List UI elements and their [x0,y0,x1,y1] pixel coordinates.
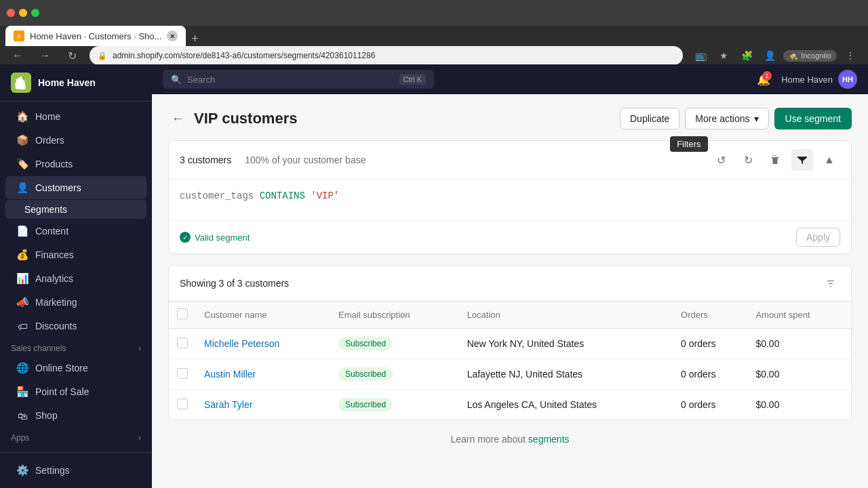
more-actions-button[interactable]: More actions ▾ [685,108,768,129]
valid-segment-label: Valid segment [195,232,250,243]
tab-close-button[interactable]: ✕ [167,30,178,41]
sidebar-content-label: Content [35,226,68,237]
segments-link[interactable]: segments [528,434,570,445]
sidebar-customers-label: Customers [35,182,81,193]
sales-channels-expand-icon[interactable]: › [138,344,141,353]
search-icon: 🔍 [171,75,182,85]
tab-favicon: S [14,30,24,41]
customer-name-1[interactable]: Michelle Peterson [196,329,330,359]
valid-segment-indicator: ✓ Valid segment [180,232,250,243]
table-row: Sarah Tyler Subscribed Los Angeles CA, U… [169,390,851,420]
back-button[interactable]: ← [168,109,187,128]
customer-name-2[interactable]: Austin Miller [196,359,330,390]
amount-3: $0.00 [747,390,851,420]
notification-badge: 1 [762,71,772,81]
reload-button[interactable]: ↻ [62,46,81,65]
sidebar-discounts-label: Discounts [35,321,77,331]
cast-icon[interactable]: 📺 [691,46,710,65]
marketing-icon: 📣 [16,296,28,308]
sidebar-item-segments[interactable]: Segments [5,200,146,219]
sidebar-pos-label: Point of Sale [35,386,89,397]
extensions-icon[interactable]: 🧩 [737,46,756,65]
row-checkbox-1[interactable] [177,338,188,348]
segment-code: customer_tags CONTAINS 'VIP' [180,190,840,201]
settings-icon: ⚙️ [16,464,28,476]
row-checkbox-3[interactable] [177,399,188,409]
store-name-label: Home Haven [38,77,96,88]
email-subscription-header: Email subscription [330,302,459,329]
code-keyword: CONTAINS [260,190,305,201]
customer-name-header: Customer name [196,302,330,329]
sidebar-item-orders[interactable]: 📦 Orders [5,129,146,152]
segment-editor-body[interactable]: customer_tags CONTAINS 'VIP' [169,180,851,220]
profile-icon[interactable]: 👤 [760,46,779,65]
code-string: 'VIP' [311,190,339,201]
pos-icon: 🏪 [16,386,28,398]
sidebar-marketing-label: Marketing [35,297,77,308]
select-all-checkbox[interactable] [177,308,188,319]
page-header-left: ← VIP customers [168,109,297,128]
shopify-logo-icon [11,73,31,93]
customer-name-3[interactable]: Sarah Tyler [196,390,330,420]
delete-button[interactable] [764,149,786,171]
email-subscription-1: Subscribed [330,329,459,359]
undo-button[interactable]: ↺ [710,149,732,171]
duplicate-button[interactable]: Duplicate [620,108,679,129]
segment-editor-footer: ✓ Valid segment Apply [169,220,851,253]
main-content: ← VIP customers Duplicate More actions ▾… [152,94,868,488]
shop-icon: 🛍 [16,409,28,422]
subscribed-badge-1: Subscribed [338,337,393,350]
use-segment-button[interactable]: Use segment [774,108,852,129]
sidebar-item-settings[interactable]: ⚙️ Settings [5,459,146,482]
new-tab-button[interactable]: + [186,32,204,46]
sidebar-item-discounts[interactable]: 🏷 Discounts [5,314,146,338]
row-checkbox-2[interactable] [177,368,188,379]
sidebar-finances-label: Finances [35,249,74,260]
filters-tooltip: Filters [670,136,707,152]
sidebar: Home Haven 🏠 Home 📦 Orders 🏷️ Products 👤… [0,64,152,488]
topbar-right: 🔔 1 Home Haven HH [754,70,857,89]
sidebar-item-customers[interactable]: 👤 Customers [5,176,146,199]
search-bar[interactable]: 🔍 Search Ctrl K [163,70,434,89]
customers-table: Customer name Email subscription Locatio… [169,302,851,420]
search-placeholder: Search [187,75,215,85]
discounts-icon: 🏷 [16,320,28,332]
orders-icon: 📦 [16,134,28,146]
amount-1: $0.00 [747,329,851,359]
orders-2: 0 orders [673,359,747,390]
store-selector-button[interactable]: Home Haven HH [781,70,857,89]
sidebar-item-online-store[interactable]: 🌐 Online Store [5,357,146,380]
customers-table-body: Michelle Peterson Subscribed New York NY… [169,329,851,420]
sidebar-item-shop[interactable]: 🛍 Shop [5,404,146,427]
select-all-header [169,302,196,329]
menu-icon[interactable]: ⋮ [841,46,860,65]
apps-expand-icon[interactable]: › [138,433,141,443]
sidebar-item-analytics[interactable]: 📊 Analytics [5,267,146,290]
forward-browser-button[interactable]: → [35,46,54,65]
apply-button[interactable]: Apply [796,228,840,247]
customers-icon: 👤 [16,182,28,194]
redo-button[interactable]: ↻ [737,149,759,171]
filters-button[interactable] [791,149,813,171]
sidebar-item-home[interactable]: 🏠 Home [5,105,146,128]
location-2: Lafayette NJ, United States [459,359,673,390]
address-bar[interactable]: 🔒 admin.shopify.com/store/de8143-a6/cust… [90,46,683,65]
notification-button[interactable]: 🔔 1 [754,70,773,89]
browser-tab[interactable]: S Home Haven · Customers · Sho... ✕ [5,26,186,46]
sidebar-item-marketing[interactable]: 📣 Marketing [5,291,146,314]
customers-section: Showing 3 of 3 customers Customer name E… [168,265,852,420]
search-shortcut: Ctrl K [399,74,427,85]
sidebar-item-point-of-sale[interactable]: 🏪 Point of Sale [5,380,146,403]
collapse-button[interactable]: ▲ [818,149,840,171]
sidebar-item-products[interactable]: 🏷️ Products [5,152,146,176]
sort-button[interactable] [821,274,840,293]
finances-icon: 💰 [16,249,28,261]
email-subscription-3: Subscribed [330,390,459,420]
sidebar-settings-label: Settings [35,465,70,476]
page-footer: Learn more about segments [168,420,852,458]
sidebar-item-content[interactable]: 📄 Content [5,220,146,243]
subscribed-badge-3: Subscribed [338,398,393,411]
sidebar-item-finances[interactable]: 💰 Finances [5,243,146,266]
back-browser-button[interactable]: ← [8,46,27,65]
bookmark-icon[interactable]: ★ [714,46,733,65]
